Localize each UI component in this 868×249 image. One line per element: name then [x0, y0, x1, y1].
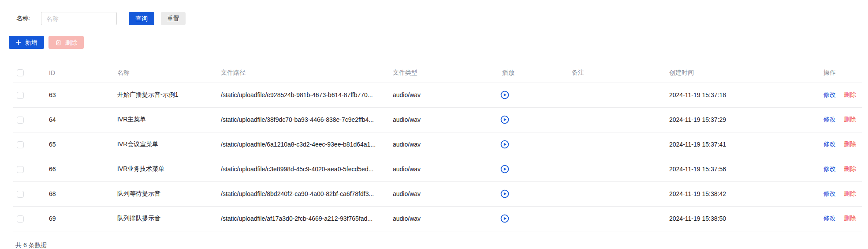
table-row: 66 IVR业务技术菜单 /static/uploadfile/c3e8998d… — [13, 157, 862, 181]
edit-link[interactable]: 修改 — [823, 165, 836, 172]
table-row: 65 IVR会议室菜单 /static/uploadfile/6a1210a8-… — [13, 132, 862, 157]
cell-type: audio/wav — [386, 107, 495, 132]
edit-link[interactable]: 修改 — [823, 190, 836, 197]
column-header-id: ID — [42, 63, 110, 83]
play-circle-icon[interactable] — [500, 165, 509, 174]
cell-note — [565, 181, 662, 206]
select-all-checkbox[interactable] — [17, 69, 24, 76]
edit-link[interactable]: 修改 — [823, 215, 836, 222]
delete-link[interactable]: 删除 — [844, 91, 856, 98]
row-checkbox[interactable] — [17, 191, 24, 198]
cell-created: 2024-11-19 15:38:42 — [662, 181, 816, 206]
cell-path: /static/uploadfile/e928524b-981b-4673-b6… — [214, 83, 386, 107]
total-count-label: 共 6 条数据 — [15, 241, 868, 249]
cell-name: IVR会议室菜单 — [110, 132, 214, 157]
row-checkbox[interactable] — [17, 92, 24, 99]
column-header-name: 名称 — [110, 63, 214, 83]
cell-path: /static/uploadfile/6a1210a8-c3d2-4eec-93… — [214, 132, 386, 157]
cell-id: 65 — [42, 132, 110, 157]
delete-link[interactable]: 删除 — [844, 215, 856, 222]
cell-path: /static/uploadfile/af17a3d0-2fcb-4669-a2… — [214, 206, 386, 231]
cell-type: audio/wav — [386, 132, 495, 157]
edit-link[interactable]: 修改 — [823, 91, 836, 98]
table-header-row: ID 名称 文件路径 文件类型 播放 备注 创建时间 操作 — [13, 63, 862, 83]
cell-id: 64 — [42, 107, 110, 132]
cell-name: IVR业务技术菜单 — [110, 157, 214, 181]
table-row: 63 开始广播提示音-示例1 /static/uploadfile/e92852… — [13, 83, 862, 107]
delete-link[interactable]: 删除 — [844, 116, 856, 123]
column-header-play: 播放 — [495, 63, 565, 83]
column-header-created: 创建时间 — [662, 63, 816, 83]
cell-type: audio/wav — [386, 157, 495, 181]
search-bar: 名称: 查询 重置 — [16, 12, 868, 25]
query-button[interactable]: 查询 — [129, 12, 154, 25]
cell-id: 69 — [42, 206, 110, 231]
table-row: 68 队列等待提示音 /static/uploadfile/8bd240f2-c… — [13, 181, 862, 206]
cell-note — [565, 83, 662, 107]
play-circle-icon[interactable] — [500, 91, 509, 99]
delete-link[interactable]: 删除 — [844, 165, 856, 172]
add-button-label: 新增 — [25, 39, 37, 45]
cell-name: IVR主菜单 — [110, 107, 214, 132]
toolbar: 新增 删除 — [9, 36, 868, 49]
cell-name: 队列等待提示音 — [110, 181, 214, 206]
plus-icon — [15, 39, 22, 45]
cell-note — [565, 157, 662, 181]
row-checkbox[interactable] — [17, 215, 24, 223]
reset-button[interactable]: 重置 — [161, 12, 186, 25]
row-checkbox[interactable] — [17, 166, 24, 173]
cell-type: audio/wav — [386, 181, 495, 206]
audio-files-table: ID 名称 文件路径 文件类型 播放 备注 创建时间 操作 63 开始广播提示音… — [13, 63, 862, 231]
cell-path: /static/uploadfile/8bd240f2-ca90-4a00-82… — [214, 181, 386, 206]
row-checkbox[interactable] — [17, 141, 24, 148]
cell-created: 2024-11-19 15:37:29 — [662, 107, 816, 132]
edit-link[interactable]: 修改 — [823, 140, 836, 147]
delete-link[interactable]: 删除 — [844, 190, 856, 197]
cell-id: 68 — [42, 181, 110, 206]
cell-name: 开始广播提示音-示例1 — [110, 83, 214, 107]
trash-icon — [55, 39, 62, 46]
play-circle-icon[interactable] — [500, 140, 509, 149]
cell-created: 2024-11-19 15:37:41 — [662, 132, 816, 157]
cell-note — [565, 107, 662, 132]
name-field-label: 名称: — [16, 15, 30, 23]
cell-type: audio/wav — [386, 206, 495, 231]
cell-note — [565, 206, 662, 231]
cell-type: audio/wav — [386, 83, 495, 107]
table-body: 63 开始广播提示音-示例1 /static/uploadfile/e92852… — [13, 83, 862, 231]
column-header-type: 文件类型 — [386, 63, 495, 83]
play-circle-icon[interactable] — [500, 214, 509, 223]
cell-created: 2024-11-19 15:38:50 — [662, 206, 816, 231]
edit-link[interactable]: 修改 — [823, 116, 836, 123]
cell-created: 2024-11-19 15:37:18 — [662, 83, 816, 107]
delete-link[interactable]: 删除 — [844, 140, 856, 147]
delete-button-label: 删除 — [65, 39, 78, 45]
play-circle-icon[interactable] — [500, 189, 509, 198]
table-row: 69 队列排队提示音 /static/uploadfile/af17a3d0-2… — [13, 206, 862, 231]
delete-button[interactable]: 删除 — [48, 36, 84, 49]
row-checkbox[interactable] — [17, 117, 24, 124]
cell-path: /static/uploadfile/38f9dc70-ba93-4466-83… — [214, 107, 386, 132]
column-header-ops: 操作 — [816, 63, 862, 83]
cell-created: 2024-11-19 15:37:56 — [662, 157, 816, 181]
cell-name: 队列排队提示音 — [110, 206, 214, 231]
name-search-input[interactable] — [41, 12, 117, 25]
cell-id: 66 — [42, 157, 110, 181]
column-header-note: 备注 — [565, 63, 662, 83]
cell-path: /static/uploadfile/c3e8998d-45c9-4020-ae… — [214, 157, 386, 181]
add-button[interactable]: 新增 — [9, 36, 44, 49]
column-header-path: 文件路径 — [214, 63, 386, 83]
cell-note — [565, 132, 662, 157]
table-row: 64 IVR主菜单 /static/uploadfile/38f9dc70-ba… — [13, 107, 862, 132]
play-circle-icon[interactable] — [500, 115, 509, 124]
cell-id: 63 — [42, 83, 110, 107]
